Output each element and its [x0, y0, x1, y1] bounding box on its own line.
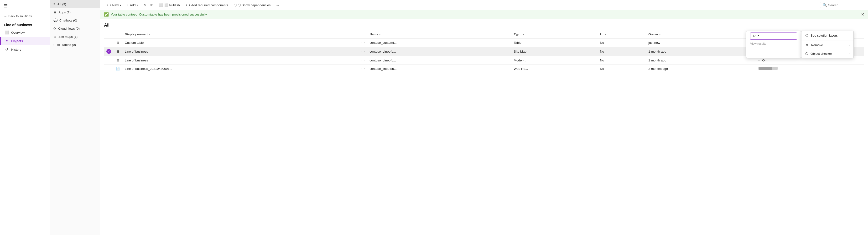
row3-type: Model-... — [512, 56, 598, 64]
publish-label: ⬜ Publish — [164, 3, 180, 7]
dropdown-divider — [801, 40, 854, 41]
tree-item-tables[interactable]: › ▦ Tables (0) — [50, 41, 100, 49]
more-icon: ··· — [276, 3, 279, 7]
add-icon: + — [127, 3, 129, 7]
search-input[interactable] — [828, 3, 862, 7]
col-header-owner[interactable]: Owner ▾ — [646, 31, 756, 38]
solution-layers-icon: ⬡ — [805, 33, 808, 37]
row1-more-button[interactable]: ⋯ — [359, 38, 367, 47]
owner-sort-icon: ▾ — [659, 33, 660, 35]
col-header-more — [359, 31, 367, 38]
objects-label: Objects — [11, 39, 23, 43]
row3-more-button[interactable]: ⋯ — [359, 56, 367, 64]
site-maps-icon: ▦ — [54, 35, 57, 38]
col-header-name[interactable]: Name ▾ — [367, 31, 511, 38]
main-area: + + New ▾ + Add ▾ ✎ Edit ⬜ ⬜ Publish + +… — [100, 0, 868, 235]
row2-checkbox[interactable]: ✓ — [104, 47, 114, 56]
success-banner: ✅ Your table contoso_Customtable has bee… — [100, 10, 868, 19]
object-checker-icon: ⬡ — [805, 52, 808, 55]
banner-close-button[interactable]: ✕ — [861, 12, 864, 17]
edit-label: Edit — [148, 3, 153, 7]
row2-more-button[interactable]: ⋯ — [359, 47, 367, 56]
col-header-f[interactable]: f... ▾ — [597, 31, 646, 38]
add-required-button[interactable]: + + Add required components — [183, 2, 230, 8]
row4-owner: 2 months ago — [646, 64, 756, 73]
row1-f: No — [597, 38, 646, 47]
tree-site-maps-label: Site maps (1) — [58, 35, 78, 38]
content-area: All Display name ↑ ▾ Name — [100, 19, 868, 235]
add-required-label: + Add required components — [189, 3, 228, 7]
row1-type: Table — [512, 38, 598, 47]
tree-chatbots-label: Chatbots (0) — [59, 19, 77, 22]
chatbots-icon: 💬 — [54, 19, 58, 22]
overview-label: Overview — [11, 31, 25, 34]
sidebar-title: Line of business — [0, 20, 50, 28]
show-dependencies-button[interactable]: ⬡ ⬡ Show dependencies — [231, 2, 273, 8]
row2-type-icon: ▦ — [114, 47, 122, 56]
table-row[interactable]: 📄 Line of business_20210430091... ⋯ cont… — [104, 64, 864, 73]
tree-item-all[interactable]: ≡ All (3) — [50, 0, 100, 8]
row1-type-icon: ▦ — [114, 38, 122, 47]
col-name-label: Name — [370, 32, 378, 36]
tables-icon: ▦ — [57, 43, 60, 47]
remove-item[interactable]: 🗑 Remove › — [801, 41, 854, 49]
object-checker-chevron-icon: › — [849, 52, 849, 55]
row4-f: No — [597, 64, 646, 73]
success-check-icon: ✅ — [104, 12, 109, 17]
tree-item-site-maps[interactable]: ▦ Site maps (1) — [50, 32, 100, 41]
all-icon: ≡ — [54, 2, 55, 6]
more-button[interactable]: ··· — [274, 2, 281, 8]
banner-message: Your table contoso_Customtable has been … — [111, 13, 208, 16]
sidebar-item-overview[interactable]: ⬜ Overview — [0, 28, 50, 37]
col-header-type[interactable]: Typ... ▾ — [512, 31, 598, 38]
col-header-icon — [114, 31, 122, 38]
row3-owner: 1 month ago — [646, 56, 756, 64]
new-button[interactable]: + + New ▾ — [104, 2, 124, 8]
tree-item-cloud-flows[interactable]: ⟳ Cloud flows (0) — [50, 24, 100, 32]
row4-type: Web Re... — [512, 64, 598, 73]
more-dropdown: Run View results — [746, 31, 801, 58]
search-icon: 🔍 — [823, 3, 827, 7]
row4-type-icon: 📄 — [114, 64, 122, 73]
tree-cloud-flows-label: Cloud flows (0) — [58, 27, 80, 30]
row1-owner: just now — [646, 38, 756, 47]
back-to-solutions-link[interactable]: ← Back to solutions — [0, 12, 50, 20]
run-box[interactable]: Run — [750, 32, 797, 40]
run-label: Run — [753, 34, 760, 38]
history-icon: ↺ — [4, 47, 9, 52]
col-display-name-label: Display name ↑ — [125, 32, 148, 36]
objects-icon: ≡ — [4, 39, 9, 43]
publish-icon: ⬜ — [159, 3, 163, 7]
row3-checkbox[interactable] — [104, 56, 114, 64]
hamburger-button[interactable]: ☰ — [0, 0, 50, 12]
sidebar-item-objects[interactable]: ≡ Objects — [0, 37, 50, 45]
tree-panel: ≡ All (3) ▣ Apps (1) 💬 Chatbots (0) ⟳ Cl… — [50, 0, 100, 235]
object-checker-item[interactable]: ⬡ Object checker › — [801, 49, 854, 58]
col-owner-label: Owner — [648, 32, 658, 36]
sidebar: ☰ ← Back to solutions Line of business ⬜… — [0, 0, 50, 235]
view-results-label[interactable]: View results — [746, 41, 801, 47]
see-solution-layers-item[interactable]: ⬡ See solution layers — [801, 31, 854, 40]
row2-owner: 1 month ago — [646, 47, 756, 56]
content-title: All — [104, 23, 864, 28]
edit-button[interactable]: ✎ Edit — [141, 2, 156, 8]
back-arrow-icon: ← — [4, 14, 7, 18]
tree-item-chatbots[interactable]: 💬 Chatbots (0) — [50, 16, 100, 24]
row2-display-name: Line of business — [122, 47, 359, 56]
row3-f: No — [597, 56, 646, 64]
row4-checkbox[interactable] — [104, 64, 114, 73]
add-button[interactable]: + Add ▾ — [125, 2, 141, 8]
f-sort-icon: ▾ — [604, 33, 606, 35]
toolbar: + + New ▾ + Add ▾ ✎ Edit ⬜ ⬜ Publish + +… — [100, 0, 868, 10]
tree-item-apps[interactable]: ▣ Apps (1) — [50, 8, 100, 16]
publish-button[interactable]: ⬜ ⬜ Publish — [157, 2, 182, 8]
sidebar-item-history[interactable]: ↺ History — [0, 45, 50, 54]
row1-checkbox[interactable] — [104, 38, 114, 47]
overview-icon: ⬜ — [4, 30, 9, 35]
new-chevron-icon: ▾ — [120, 4, 121, 6]
search-box[interactable]: 🔍 — [820, 2, 864, 8]
row4-display-name: Line of business_20210430091... — [122, 64, 359, 73]
row1-display-name: Custom table — [122, 38, 359, 47]
col-header-display-name[interactable]: Display name ↑ ▾ — [122, 31, 359, 38]
row4-more-button[interactable]: ⋯ — [359, 64, 367, 73]
